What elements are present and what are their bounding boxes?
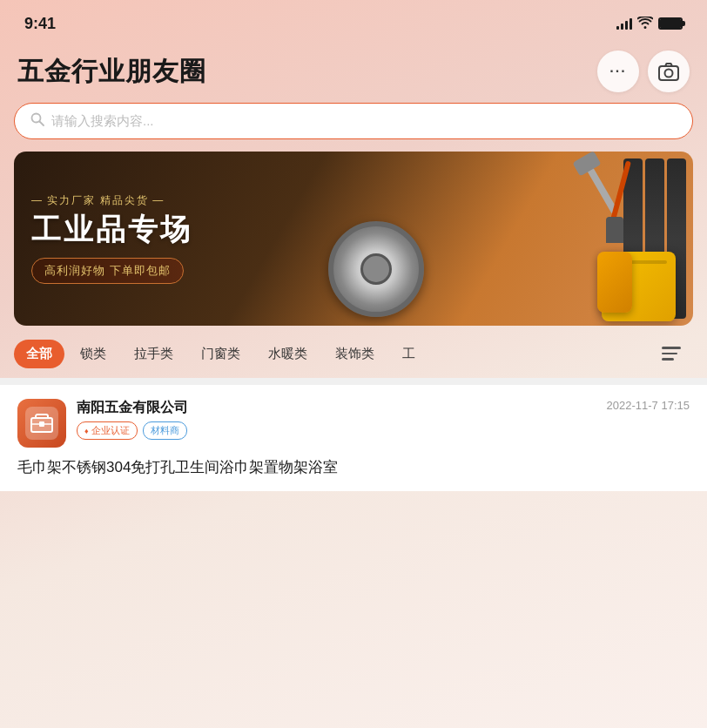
company-logo-icon — [30, 414, 53, 433]
banner[interactable]: 实力厂家 精品尖货 工业品专场 高利润好物 下单即包邮 — [14, 152, 693, 326]
wifi-icon — [637, 17, 653, 31]
category-tab-handle[interactable]: 拉手类 — [122, 340, 185, 368]
category-menu-button[interactable] — [662, 338, 693, 369]
camera-button[interactable] — [648, 51, 690, 92]
post-title: 毛巾架不锈钢304免打孔卫生间浴巾架置物架浴室 — [17, 456, 690, 479]
svg-line-3 — [40, 122, 44, 126]
material-badge: 材料商 — [143, 421, 187, 440]
post-header: 南阳五金有限公司 企业认证 材料商 2022-11-7 17:15 — [17, 399, 690, 448]
enterprise-badge: 企业认证 — [77, 421, 138, 440]
category-tab-door[interactable]: 门窗类 — [189, 340, 252, 368]
menu-line-3 — [662, 358, 674, 361]
dots-icon: ··· — [609, 64, 626, 79]
more-button[interactable]: ··· — [597, 51, 639, 92]
svg-rect-0 — [659, 66, 678, 80]
category-tab-decor[interactable]: 装饰类 — [323, 340, 387, 368]
post-badges: 企业认证 材料商 — [77, 421, 596, 440]
svg-rect-6 — [39, 421, 44, 427]
menu-line-2 — [662, 353, 677, 355]
search-icon — [30, 112, 44, 130]
search-container: 请输入搜索内容... — [0, 103, 707, 152]
status-icons — [616, 17, 683, 31]
camera-icon — [658, 62, 679, 81]
category-tab-all[interactable]: 全部 — [14, 340, 64, 368]
header: 五金行业朋友圈 ··· — [0, 44, 707, 103]
company-name: 南阳五金有限公司 — [77, 399, 596, 417]
category-tab-plumbing[interactable]: 水暖类 — [256, 340, 320, 368]
page-title: 五金行业朋友圈 — [17, 54, 206, 90]
battery-icon — [658, 17, 683, 30]
category-tab-more[interactable]: 工 — [390, 340, 428, 368]
category-bar: 全部 锁类 拉手类 门窗类 水暖类 装饰类 工 — [0, 326, 707, 378]
banner-subtitle: 实力厂家 精品尖货 — [31, 193, 676, 208]
status-bar: 9:41 — [0, 0, 707, 44]
category-tab-lock[interactable]: 锁类 — [68, 340, 118, 368]
status-time: 9:41 — [24, 15, 56, 33]
post-meta: 南阳五金有限公司 企业认证 材料商 — [77, 399, 596, 440]
header-actions: ··· — [597, 51, 690, 92]
search-placeholder: 请输入搜索内容... — [51, 113, 677, 130]
search-box[interactable]: 请输入搜索内容... — [14, 103, 693, 139]
banner-title: 工业品专场 — [31, 213, 676, 246]
signal-icon — [616, 17, 632, 30]
post-card: 南阳五金有限公司 企业认证 材料商 2022-11-7 17:15 毛巾架不锈钢… — [0, 385, 707, 491]
post-time: 2022-11-7 17:15 — [607, 399, 690, 412]
divider — [0, 378, 707, 385]
banner-badge: 高利润好物 下单即包邮 — [31, 258, 184, 284]
company-avatar — [17, 399, 66, 448]
banner-content: 实力厂家 精品尖货 工业品专场 高利润好物 下单即包邮 — [14, 172, 693, 305]
svg-point-1 — [665, 70, 673, 78]
menu-line-1 — [662, 347, 681, 349]
